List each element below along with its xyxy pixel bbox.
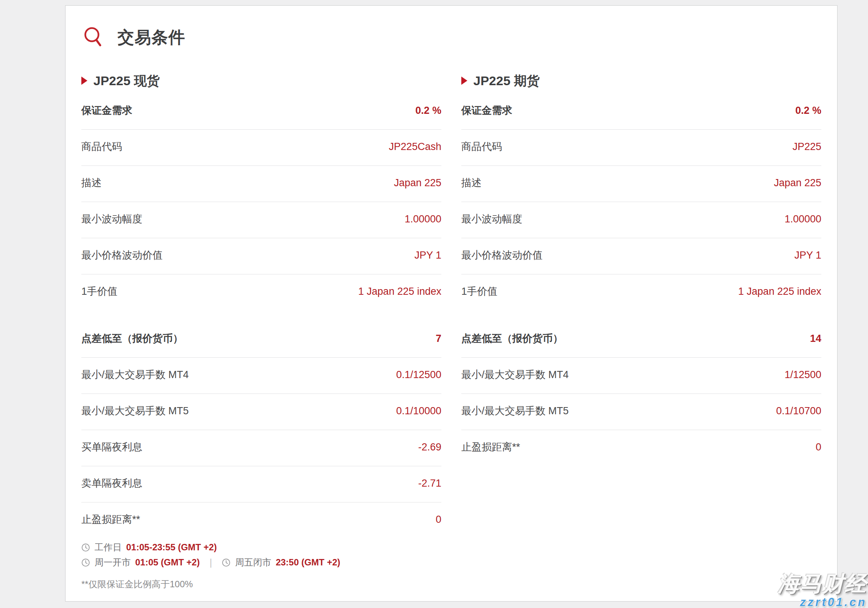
table-row: 描述 Japan 225	[461, 166, 821, 202]
row-value: 0.1/12500	[396, 369, 441, 381]
column-jp225-futures: JP225 期货 保证金需求 0.2 % 商品代码 JP225 描述 Japan…	[461, 73, 821, 590]
row-label: 1手价值	[461, 286, 498, 297]
row-value: JPY 1	[414, 250, 441, 261]
clock-icon	[81, 558, 90, 567]
row-label: 买单隔夜利息	[81, 442, 143, 453]
watermark-domain: zzrt01.cn	[778, 596, 867, 608]
row-label: 描述	[81, 177, 102, 189]
table-row: 最小/最大交易手数 MT5 0.1/10000	[81, 394, 441, 430]
row-label: 最小波动幅度	[461, 213, 522, 225]
row-value: Japan 225	[774, 177, 821, 189]
row-value: 1 Japan 225 index	[358, 286, 441, 297]
page-title-bar: 交易条件	[83, 26, 821, 49]
row-value: 1.00000	[784, 213, 821, 225]
triangle-right-icon	[461, 76, 467, 85]
table-row: 保证金需求 0.2 %	[81, 93, 441, 130]
table-section-trading: 点差低至（报价货币） 7 最小/最大交易手数 MT4 0.1/12500 最小/…	[81, 322, 441, 538]
row-value: JP225	[792, 141, 821, 152]
table-row: 最小波动幅度 1.00000	[461, 202, 821, 238]
row-label: 卖单隔夜利息	[81, 477, 143, 489]
row-label: 点差低至（报价货币）	[461, 333, 563, 345]
row-label: 最小价格波动价值	[461, 250, 542, 261]
row-value: 1 Japan 225 index	[738, 286, 821, 297]
table-section-trading: 点差低至（报价货币） 14 最小/最大交易手数 MT4 1/12500 最小/最…	[461, 322, 821, 466]
row-value: 0	[816, 442, 821, 453]
row-label: 最小价格波动价值	[81, 250, 163, 261]
table-row: 商品代码 JP225Cash	[81, 130, 441, 166]
table-row: 最小/最大交易手数 MT4 0.1/12500	[81, 358, 441, 394]
table-row: 点差低至（报价货币） 7	[81, 322, 441, 358]
row-value: -2.71	[418, 477, 441, 489]
row-label: 点差低至（报价货币）	[81, 333, 183, 345]
row-label: 最小/最大交易手数 MT5	[81, 405, 189, 417]
row-label: 1手价值	[81, 286, 118, 297]
column-header-futures: JP225 期货	[461, 73, 821, 88]
table-row: 1手价值 1 Japan 225 index	[461, 274, 821, 310]
row-value: 0	[436, 514, 441, 526]
schedule-label: 周一开市	[95, 557, 131, 568]
schedule-label: 周五闭市	[235, 557, 271, 568]
clock-icon	[222, 558, 231, 567]
columns-container: JP225 现货 保证金需求 0.2 % 商品代码 JP225Cash 描述 J…	[81, 73, 821, 590]
table-row: 最小/最大交易手数 MT5 0.1/10700	[461, 394, 821, 430]
table-row: 买单隔夜利息 -2.69	[81, 430, 441, 466]
column-header-cash: JP225 现货	[81, 73, 441, 88]
triangle-right-icon	[81, 76, 87, 85]
row-label: 描述	[461, 177, 482, 189]
table-row: 最小波动幅度 1.00000	[81, 202, 441, 238]
table-row: 最小/最大交易手数 MT4 1/12500	[461, 358, 821, 394]
watermark-brand: 海马财经	[778, 572, 867, 595]
schedule-separator: |	[209, 557, 212, 568]
row-value: Japan 225	[394, 177, 441, 189]
row-label: 最小波动幅度	[81, 213, 143, 225]
trading-hours-weekday: 工作日 01:05-23:55 (GMT +2)	[81, 541, 441, 554]
table-row: 最小价格波动价值 JPY 1	[81, 238, 441, 274]
row-value: 0.2 %	[415, 105, 441, 117]
table-row: 点差低至（报价货币） 14	[461, 322, 821, 358]
row-label: 商品代码	[461, 141, 502, 152]
schedule-label: 工作日	[95, 541, 122, 554]
row-value: 0.1/10000	[396, 405, 441, 417]
column-header-label: JP225 现货	[93, 73, 160, 88]
margin-footnote: **仅限保证金比例高于100%	[81, 578, 441, 590]
schedule-time: 01:05 (GMT +2)	[135, 557, 200, 568]
row-label: 最小/最大交易手数 MT4	[81, 369, 189, 381]
schedule-time: 23:50 (GMT +2)	[276, 557, 340, 568]
row-label: 止盈损距离**	[461, 442, 520, 453]
clock-icon	[81, 543, 90, 552]
site-watermark: 海马财经 zzrt01.cn	[778, 572, 867, 608]
schedule-time: 01:05-23:55 (GMT +2)	[126, 542, 217, 553]
row-value: JPY 1	[794, 250, 821, 261]
trading-hours: 工作日 01:05-23:55 (GMT +2) 周一开市 01:05 (GMT…	[81, 541, 441, 568]
table-row: 描述 Japan 225	[81, 166, 441, 202]
row-value: 1.00000	[405, 213, 441, 225]
table-row: 商品代码 JP225	[461, 130, 821, 166]
column-jp225-cash: JP225 现货 保证金需求 0.2 % 商品代码 JP225Cash 描述 J…	[81, 73, 441, 590]
table-row: 止盈损距离** 0	[461, 430, 821, 466]
row-label: 止盈损距离**	[81, 514, 140, 526]
row-label: 最小/最大交易手数 MT4	[461, 369, 569, 381]
table-row: 卖单隔夜利息 -2.71	[81, 466, 441, 502]
row-value: JP225Cash	[389, 141, 441, 152]
trading-conditions-card: 交易条件 JP225 现货 保证金需求 0.2 % 商品代码 JP225Cash	[65, 5, 837, 602]
page-title: 交易条件	[118, 26, 185, 49]
table-row: 1手价值 1 Japan 225 index	[81, 274, 441, 310]
row-value: 0.1/10700	[776, 405, 821, 417]
row-value: 14	[810, 333, 821, 345]
table-row: 最小价格波动价值 JPY 1	[461, 238, 821, 274]
row-value: 0.2 %	[795, 105, 821, 117]
table-section-general: 保证金需求 0.2 % 商品代码 JP225 描述 Japan 225 最小波动…	[461, 93, 821, 310]
row-label: 最小/最大交易手数 MT5	[461, 405, 569, 417]
table-row: 止盈损距离** 0	[81, 502, 441, 538]
page-background: 交易条件 JP225 现货 保证金需求 0.2 % 商品代码 JP225Cash	[0, 0, 868, 608]
search-icon	[83, 26, 105, 49]
row-value: 1/12500	[784, 369, 821, 381]
table-section-general: 保证金需求 0.2 % 商品代码 JP225Cash 描述 Japan 225 …	[81, 93, 441, 310]
row-label: 保证金需求	[81, 105, 132, 117]
table-row: 保证金需求 0.2 %	[461, 93, 821, 130]
column-header-label: JP225 期货	[473, 73, 539, 88]
row-label: 商品代码	[81, 141, 122, 152]
trading-hours-open-close: 周一开市 01:05 (GMT +2) | 周五闭市 23:50 (GMT +2…	[81, 557, 441, 568]
row-value: 7	[436, 333, 441, 345]
row-label: 保证金需求	[461, 105, 512, 117]
